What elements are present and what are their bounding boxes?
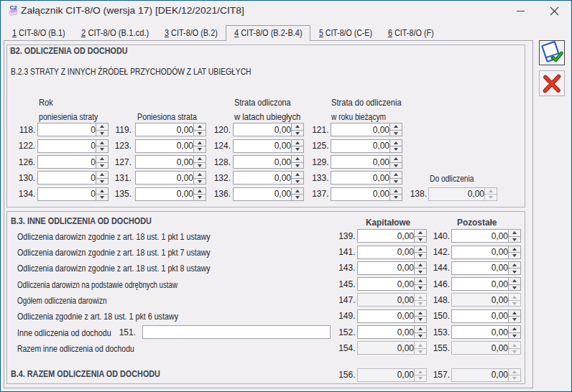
- svg-text:C2: C2: [10, 4, 18, 11]
